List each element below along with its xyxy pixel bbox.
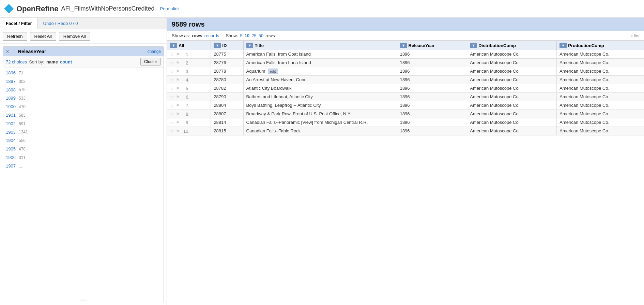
facet-row: 1903 1341 (3, 128, 164, 137)
star-icon[interactable]: ☆ (170, 94, 174, 100)
facet-year-1903[interactable]: 1903 (6, 129, 19, 136)
facet-year-1900[interactable]: 1900 (6, 103, 19, 111)
col-dropdown-title[interactable]: ▼ (246, 43, 254, 48)
sort-by-count[interactable]: count (60, 59, 72, 64)
facet-year-1905[interactable]: 1905 (6, 146, 19, 153)
cell-prod: American Mutoscope Co. (557, 127, 644, 135)
facet-row: 1902 591 (3, 120, 164, 128)
cell-title: Canadian Falls--Panoramic [View] from Mi… (243, 118, 397, 127)
facet-change-link[interactable]: change (148, 49, 161, 54)
show-controls: Show as: rows records Show: 5 10 25 50 r… (167, 31, 644, 41)
facet-year-1897[interactable]: 1897 (6, 78, 19, 85)
page-size-10-active[interactable]: 10 (245, 33, 249, 38)
page-size-5[interactable]: 5 (240, 33, 243, 38)
star-icon[interactable]: ☆ (170, 128, 174, 134)
facet-year-1906[interactable]: 1906 (6, 154, 19, 161)
star-icon[interactable]: ☆ (170, 52, 174, 57)
table-row: ☆⚑9.28814Canadian Falls--Panoramic [View… (167, 118, 644, 127)
star-icon[interactable]: ☆ (170, 111, 174, 117)
row-actions-cell: ☆⚑10. (167, 127, 211, 135)
facet-year-1898[interactable]: 1898 (6, 87, 19, 94)
cell-dist: American Mutoscope Co. (467, 84, 557, 93)
star-icon[interactable]: ☆ (170, 60, 174, 66)
col-label-all: All (179, 43, 184, 48)
flag-icon[interactable]: ⚑ (176, 103, 180, 108)
col-dropdown-prod[interactable]: ▼ (559, 43, 567, 48)
star-icon[interactable]: ☆ (170, 103, 174, 108)
cell-title: Canadian Falls--Table Rock (243, 127, 397, 135)
flag-icon[interactable]: ⚑ (176, 95, 180, 100)
star-icon[interactable]: ☆ (170, 120, 174, 125)
sort-by-name[interactable]: name (46, 59, 58, 64)
project-name: AFI_FilmsWithNoPersonsCredited (61, 5, 154, 12)
cell-title: Broadway & Park Row, Front of U.S. Post … (243, 110, 397, 118)
flag-icon[interactable]: ⚑ (176, 112, 180, 117)
show-as-label: Show as: (172, 33, 190, 38)
star-icon[interactable]: ☆ (170, 86, 174, 91)
cell-year: 1896 (397, 93, 467, 101)
cluster-button[interactable]: Cluster (140, 58, 161, 66)
col-label-title: Title (255, 43, 264, 48)
facet-count-1902: 591 (19, 121, 26, 127)
data-table-wrapper: ▼ All ▼ ID ▼ (167, 41, 644, 305)
facet-year-1904[interactable]: 1904 (6, 137, 19, 144)
page-size-50[interactable]: 50 (259, 33, 263, 38)
tab-facet-filter[interactable]: Facet / Filter (0, 18, 38, 29)
cell-year: 1896 (397, 59, 467, 67)
facet-year-1901[interactable]: 1901 (6, 112, 19, 119)
tab-undo-redo[interactable]: Undo / Redo 0 / 0 (38, 18, 83, 29)
permalink-link[interactable]: Permalink (160, 6, 180, 11)
cell-title: American Falls, from Luna Island (243, 59, 397, 67)
flag-icon[interactable]: ⚑ (176, 60, 180, 66)
row-actions-cell: ☆⚑1. (167, 50, 211, 59)
row-actions-cell: ☆⚑7. (167, 101, 211, 110)
table-row: ☆⚑6.28790Bathers and Lifeboat, Atlantic … (167, 93, 644, 101)
star-icon[interactable]: ☆ (170, 77, 174, 83)
facet-year-1907[interactable]: 1907 (6, 163, 19, 170)
col-dropdown-id[interactable]: ▼ (214, 43, 221, 48)
facet-year-1902[interactable]: 1902 (6, 120, 19, 128)
facet-count-1900: 470 (19, 104, 26, 110)
first-nav[interactable]: « firs (630, 33, 639, 38)
flag-icon[interactable]: ⚑ (176, 69, 180, 74)
flag-icon[interactable]: ⚑ (176, 120, 180, 125)
refresh-button[interactable]: Refresh (3, 32, 27, 41)
cell-id: 28814 (211, 118, 243, 127)
col-dropdown-dist[interactable]: ▼ (470, 43, 477, 48)
facet-controls: Refresh Reset All Remove All (0, 29, 167, 44)
flag-icon[interactable]: ⚑ (176, 86, 180, 91)
mode-records[interactable]: records (204, 33, 219, 38)
col-label-id: ID (222, 43, 227, 48)
edit-badge[interactable]: edit (268, 69, 278, 74)
facet-close-icon[interactable]: ✕ (6, 49, 9, 54)
flag-icon[interactable]: ⚑ (176, 129, 180, 134)
tab-bar: Facet / Filter Undo / Redo 0 / 0 (0, 18, 167, 29)
remove-all-button[interactable]: Remove All (59, 32, 90, 41)
row-num: 2. (181, 60, 189, 66)
facet-minimize-icon[interactable]: — (11, 49, 16, 54)
cell-title: American Falls, from Goat Island (243, 50, 397, 59)
facet-row: 1896 71 (3, 69, 164, 77)
facet-count-1897: 302 (19, 78, 26, 85)
star-icon[interactable]: ☆ (170, 69, 174, 74)
main-layout: Facet / Filter Undo / Redo 0 / 0 Refresh… (0, 18, 644, 305)
facet-year-1896[interactable]: 1896 (6, 70, 19, 77)
facet-row: 1907 ... (3, 162, 164, 171)
col-header-all: ▼ All (167, 41, 211, 50)
col-dropdown-all[interactable]: ▼ (170, 43, 177, 48)
facet-year-1899[interactable]: 1899 (6, 95, 19, 102)
page-size-25[interactable]: 25 (251, 33, 256, 38)
col-dropdown-year[interactable]: ▼ (400, 43, 407, 48)
col-header-dist: ▼ DistributionComp (467, 41, 557, 50)
row-num: 6. (181, 95, 189, 100)
flag-icon[interactable]: ⚑ (176, 52, 180, 57)
facet-row: 1899 533 (3, 94, 164, 103)
mode-rows[interactable]: rows (192, 33, 202, 38)
row-actions-cell: ☆⚑9. (167, 118, 211, 127)
reset-all-button[interactable]: Reset All (30, 32, 56, 41)
col-label-prod: ProductionComp (568, 43, 604, 48)
facet-count-1901: 583 (19, 112, 26, 119)
cell-id: 28780 (211, 76, 243, 84)
cell-prod: American Mutoscope Co. (557, 101, 644, 110)
flag-icon[interactable]: ⚑ (176, 77, 180, 83)
